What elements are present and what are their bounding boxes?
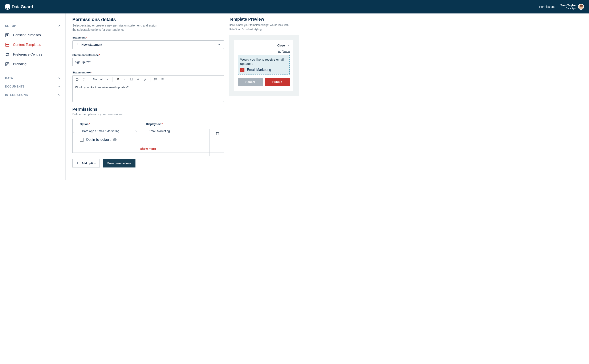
bullet-list-icon[interactable] bbox=[153, 77, 158, 82]
drag-handle-icon[interactable] bbox=[73, 133, 76, 135]
text-style-value: Normal bbox=[93, 78, 103, 81]
chevron-down-icon bbox=[58, 84, 61, 88]
page-title: Permissions details bbox=[72, 17, 224, 22]
preview-close-label[interactable]: Close bbox=[277, 44, 285, 47]
avatar-icon bbox=[578, 4, 584, 10]
svg-point-14 bbox=[155, 78, 155, 78]
statement-label: Statement* bbox=[72, 36, 224, 39]
sidebar-section-integrations[interactable]: INTEGRATIONS bbox=[5, 91, 61, 99]
sidebar-item-label: Consent Purposes bbox=[13, 33, 41, 37]
permissions-title: Permissions bbox=[72, 107, 224, 112]
statement-dropdown[interactable]: New statement bbox=[72, 40, 224, 49]
header-link-permissions[interactable]: Permissions bbox=[539, 5, 555, 8]
sidebar-section-documents[interactable]: DOCUMENTS bbox=[5, 83, 61, 91]
preview-area: Close All / None Would you like to recei… bbox=[229, 35, 299, 96]
option-select-value: Data App / Email / Marketing bbox=[82, 130, 119, 133]
text-style-select[interactable]: Normal bbox=[92, 78, 110, 81]
plus-icon bbox=[76, 43, 79, 47]
sidebar-item-consent-purposes[interactable]: Consent Purposes bbox=[5, 30, 61, 40]
show-more-link[interactable]: show more bbox=[76, 147, 220, 150]
preview-widget: Close All / None Would you like to recei… bbox=[234, 40, 293, 91]
sliders-icon bbox=[5, 33, 10, 38]
link-icon[interactable] bbox=[142, 77, 148, 82]
brand[interactable]: DataGuard bbox=[5, 4, 33, 10]
statement-reference-label: Statement reference* bbox=[72, 53, 224, 57]
add-option-button[interactable]: Add option bbox=[72, 159, 100, 168]
chevron-down-icon bbox=[58, 76, 61, 80]
brand-text-bold: Guard bbox=[21, 4, 33, 9]
svg-rect-0 bbox=[6, 33, 9, 37]
chevron-up-icon bbox=[58, 24, 61, 28]
template-preview-desc: Here is how your template widget would l… bbox=[229, 23, 299, 31]
top-header: DataGuard Permissions Sam Taylor Data Ap… bbox=[0, 0, 589, 13]
user-app: Data App bbox=[560, 7, 576, 10]
info-icon[interactable]: i bbox=[113, 138, 117, 141]
preview-option-label: Email Marketing bbox=[247, 68, 271, 72]
sidebar-section-label: INTEGRATIONS bbox=[5, 93, 28, 97]
redo-icon[interactable] bbox=[81, 77, 86, 82]
preview-option-checkbox[interactable] bbox=[240, 68, 245, 72]
svg-point-9 bbox=[7, 55, 8, 56]
sidebar-item-label: Preference Centres bbox=[13, 52, 42, 56]
delete-option-button[interactable] bbox=[214, 130, 221, 137]
optin-default-label: Opt in by default bbox=[86, 138, 111, 142]
preview-sep: / bbox=[281, 50, 283, 53]
page-subtitle: Select existing or create a new permissi… bbox=[72, 24, 161, 32]
brand-logo-icon bbox=[5, 4, 10, 10]
preview-submit-button[interactable]: Submit bbox=[265, 78, 290, 86]
chevron-down-icon bbox=[58, 93, 61, 97]
bold-icon[interactable]: B bbox=[115, 77, 121, 82]
display-text-input[interactable] bbox=[146, 127, 206, 135]
sidebar-section-setup[interactable]: SET UP bbox=[5, 22, 61, 30]
preview-statement-box: Would you like to receive email updates?… bbox=[238, 55, 290, 74]
underline-icon[interactable]: U bbox=[129, 77, 134, 82]
permission-option-panel: Option* Data App / Email / Marketing Dis… bbox=[72, 119, 224, 153]
preview-all-link[interactable]: All bbox=[278, 50, 281, 53]
sidebar-section-data[interactable]: DATA bbox=[5, 74, 61, 83]
preview-cancel-button[interactable]: Cancel bbox=[238, 78, 263, 86]
sidebar-section-label: SET UP bbox=[5, 24, 16, 27]
delete-column bbox=[209, 129, 225, 156]
display-text-label: Display text* bbox=[146, 123, 206, 126]
sidebar-item-content-templates[interactable]: Content Templates bbox=[5, 40, 61, 50]
sidebar-item-branding[interactable]: Branding bbox=[5, 59, 61, 69]
italic-icon[interactable]: I bbox=[122, 77, 128, 82]
plus-icon bbox=[76, 161, 79, 165]
statement-text-editor[interactable]: Would you like to receive email updates? bbox=[73, 83, 224, 102]
template-preview-title: Template Preview bbox=[229, 17, 299, 22]
trash-icon bbox=[215, 131, 219, 135]
optin-default-checkbox[interactable] bbox=[80, 138, 84, 142]
svg-point-8 bbox=[6, 55, 7, 56]
close-icon[interactable] bbox=[286, 44, 290, 47]
add-option-label: Add option bbox=[81, 162, 96, 165]
sidebar-section-label: DATA bbox=[5, 76, 13, 80]
sidebar-item-preference-centres[interactable]: Preference Centres bbox=[5, 50, 61, 59]
network-icon bbox=[5, 52, 10, 57]
undo-icon[interactable] bbox=[74, 77, 80, 82]
sidebar-item-label: Branding bbox=[13, 62, 26, 66]
preview-statement-text: Would you like to receive email updates? bbox=[240, 58, 287, 66]
editor-toolbar: Normal B I U T bbox=[73, 76, 224, 83]
svg-point-4 bbox=[7, 35, 8, 36]
user-name: Sam Taylor bbox=[560, 4, 576, 7]
svg-point-2 bbox=[7, 34, 7, 35]
svg-rect-5 bbox=[6, 43, 9, 47]
statement-text-label: Statement text* bbox=[72, 71, 224, 74]
brand-text: DataGuard bbox=[12, 4, 33, 9]
sidebar: SET UP Consent Purposes Content Template… bbox=[0, 13, 66, 180]
edit-icon bbox=[5, 62, 10, 66]
statement-dropdown-value: New statement bbox=[81, 43, 102, 46]
preview-none-link[interactable]: None bbox=[283, 50, 290, 53]
save-permissions-button[interactable]: Save permissions bbox=[103, 159, 135, 168]
sidebar-section-label: DOCUMENTS bbox=[5, 85, 25, 88]
template-icon bbox=[5, 43, 10, 47]
strikethrough-icon[interactable]: T bbox=[136, 77, 141, 82]
svg-point-18 bbox=[155, 80, 155, 80]
check-icon bbox=[241, 68, 244, 71]
statement-reference-input[interactable] bbox=[72, 58, 224, 66]
sidebar-item-label: Content Templates bbox=[13, 43, 41, 47]
option-select[interactable]: Data App / Email / Marketing bbox=[80, 127, 140, 135]
permissions-subtitle: Define the options of your permissions bbox=[72, 113, 224, 116]
user-profile[interactable]: Sam Taylor Data App bbox=[560, 4, 584, 10]
number-list-icon[interactable] bbox=[160, 77, 165, 82]
